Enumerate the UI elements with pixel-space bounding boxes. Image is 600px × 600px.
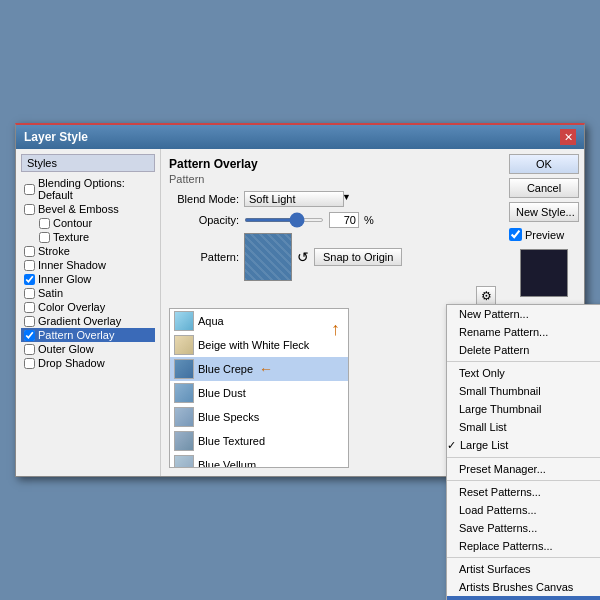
styles-item-outer-glow[interactable]: Outer Glow — [21, 342, 155, 356]
satin-label: Satin — [38, 287, 63, 299]
menu-item-text-only[interactable]: Text Only — [447, 364, 600, 382]
styles-item-stroke[interactable]: Stroke — [21, 244, 155, 258]
gradient-overlay-checkbox[interactable] — [24, 316, 35, 327]
menu-item-artists-brushes[interactable]: Artists Brushes Canvas — [447, 578, 600, 596]
pattern-overlay-checkbox[interactable] — [24, 330, 35, 341]
menu-item-small-thumbnail[interactable]: Small Thumbnail — [447, 382, 600, 400]
menu-item-save-patterns[interactable]: Save Patterns... — [447, 519, 600, 537]
ok-button[interactable]: OK — [509, 154, 579, 174]
opacity-row: Opacity: % — [169, 212, 496, 228]
bluecrepe-label: Blue Crepe — [198, 363, 253, 375]
opacity-input[interactable] — [329, 212, 359, 228]
divider-4 — [447, 557, 600, 558]
aqua-swatch — [174, 311, 194, 331]
styles-item-bevel[interactable]: Bevel & Emboss — [21, 202, 155, 216]
close-button[interactable]: ✕ — [560, 129, 576, 145]
left-panel: Styles Blending Options: Default Bevel &… — [16, 149, 161, 476]
blending-checkbox[interactable] — [24, 184, 35, 195]
pattern-item-aqua[interactable]: Aqua — [170, 309, 348, 333]
menu-item-new-pattern[interactable]: New Pattern... — [447, 305, 600, 323]
bluespecks-swatch — [174, 407, 194, 427]
pattern-list: Aqua Beige with White Fleck Blue Crepe ← — [170, 309, 348, 468]
opacity-label: Opacity: — [169, 214, 239, 226]
blend-mode-label: Blend Mode: — [169, 193, 239, 205]
reset-icon[interactable]: ↺ — [297, 249, 309, 265]
divider-1 — [447, 361, 600, 362]
styles-item-blending[interactable]: Blending Options: Default — [21, 176, 155, 202]
selected-arrow: ← — [259, 361, 273, 377]
blending-label: Blending Options: Default — [38, 177, 152, 201]
gear-button[interactable]: ⚙ — [476, 286, 496, 306]
menu-item-preset-manager[interactable]: Preset Manager... — [447, 460, 600, 478]
texture-label: Texture — [53, 231, 89, 243]
styles-item-pattern-overlay[interactable]: Pattern Overlay — [21, 328, 155, 342]
pattern-item-beige[interactable]: Beige with White Fleck — [170, 333, 348, 357]
outer-glow-checkbox[interactable] — [24, 344, 35, 355]
dialog-body: Styles Blending Options: Default Bevel &… — [16, 149, 584, 476]
styles-item-inner-shadow[interactable]: Inner Shadow — [21, 258, 155, 272]
blend-mode-select[interactable]: Soft Light Normal Multiply Screen Overla… — [244, 191, 344, 207]
styles-item-satin[interactable]: Satin — [21, 286, 155, 300]
inner-glow-label: Inner Glow — [38, 273, 91, 285]
menu-item-artist-surfaces[interactable]: Artist Surfaces — [447, 560, 600, 578]
inner-glow-checkbox[interactable] — [24, 274, 35, 285]
styles-item-texture[interactable]: Texture — [21, 230, 155, 244]
opacity-slider[interactable] — [244, 218, 324, 222]
cancel-button[interactable]: Cancel — [509, 178, 579, 198]
pattern-preview[interactable] — [244, 233, 292, 281]
pattern-item-bluecrepe[interactable]: Blue Crepe ← — [170, 357, 348, 381]
menu-item-color-paper[interactable]: Color Paper — [447, 596, 600, 600]
satin-checkbox[interactable] — [24, 288, 35, 299]
bluedust-swatch — [174, 383, 194, 403]
divider-2 — [447, 457, 600, 458]
pattern-item-bluedust[interactable]: Blue Dust — [170, 381, 348, 405]
styles-title: Styles — [21, 154, 155, 172]
menu-item-small-list[interactable]: Small List — [447, 418, 600, 436]
menu-item-load-patterns[interactable]: Load Patterns... — [447, 501, 600, 519]
inner-shadow-checkbox[interactable] — [24, 260, 35, 271]
section-subtitle: Pattern — [169, 173, 496, 185]
divider-3 — [447, 480, 600, 481]
menu-item-large-list[interactable]: Large List — [447, 436, 600, 455]
drop-shadow-checkbox[interactable] — [24, 358, 35, 369]
menu-item-large-thumbnail[interactable]: Large Thumbnail — [447, 400, 600, 418]
context-menu: New Pattern... Rename Pattern... Delete … — [446, 304, 600, 600]
bluecrepe-swatch — [174, 359, 194, 379]
styles-item-inner-glow[interactable]: Inner Glow — [21, 272, 155, 286]
pattern-list-container[interactable]: Aqua Beige with White Fleck Blue Crepe ← — [169, 308, 349, 468]
styles-item-contour[interactable]: Contour — [21, 216, 155, 230]
menu-item-replace-patterns[interactable]: Replace Patterns... — [447, 537, 600, 555]
pattern-item-bluevellum[interactable]: Blue Vellum — [170, 453, 348, 468]
styles-list: Blending Options: Default Bevel & Emboss… — [21, 176, 155, 370]
bluetextured-swatch — [174, 431, 194, 451]
gradient-overlay-label: Gradient Overlay — [38, 315, 121, 327]
pattern-row: Pattern: ↺ Snap to Origin — [169, 233, 496, 281]
pattern-list-header: ⚙ — [169, 286, 496, 306]
stroke-checkbox[interactable] — [24, 246, 35, 257]
color-overlay-checkbox[interactable] — [24, 302, 35, 313]
bevel-label: Bevel & Emboss — [38, 203, 119, 215]
drop-shadow-label: Drop Shadow — [38, 357, 105, 369]
new-style-button[interactable]: New Style... — [509, 202, 579, 222]
outer-glow-label: Outer Glow — [38, 343, 94, 355]
opacity-unit: % — [364, 214, 374, 226]
pattern-item-bluespecks[interactable]: Blue Specks — [170, 405, 348, 429]
styles-item-gradient-overlay[interactable]: Gradient Overlay — [21, 314, 155, 328]
styles-item-color-overlay[interactable]: Color Overlay — [21, 300, 155, 314]
menu-item-rename-pattern[interactable]: Rename Pattern... — [447, 323, 600, 341]
beige-label: Beige with White Fleck — [198, 339, 309, 351]
beige-swatch — [174, 335, 194, 355]
bluevellum-swatch — [174, 455, 194, 468]
bluetextured-label: Blue Textured — [198, 435, 265, 447]
bevel-checkbox[interactable] — [24, 204, 35, 215]
menu-item-reset-patterns[interactable]: Reset Patterns... — [447, 483, 600, 501]
preview-checkbox[interactable] — [509, 228, 522, 241]
middle-panel: Pattern Overlay Pattern Blend Mode: Soft… — [161, 149, 504, 476]
pattern-item-bluetextured[interactable]: Blue Textured — [170, 429, 348, 453]
styles-item-drop-shadow[interactable]: Drop Shadow — [21, 356, 155, 370]
contour-checkbox[interactable] — [39, 218, 50, 229]
texture-checkbox[interactable] — [39, 232, 50, 243]
stroke-label: Stroke — [38, 245, 70, 257]
snap-to-origin-button[interactable]: Snap to Origin — [314, 248, 402, 266]
menu-item-delete-pattern[interactable]: Delete Pattern — [447, 341, 600, 359]
